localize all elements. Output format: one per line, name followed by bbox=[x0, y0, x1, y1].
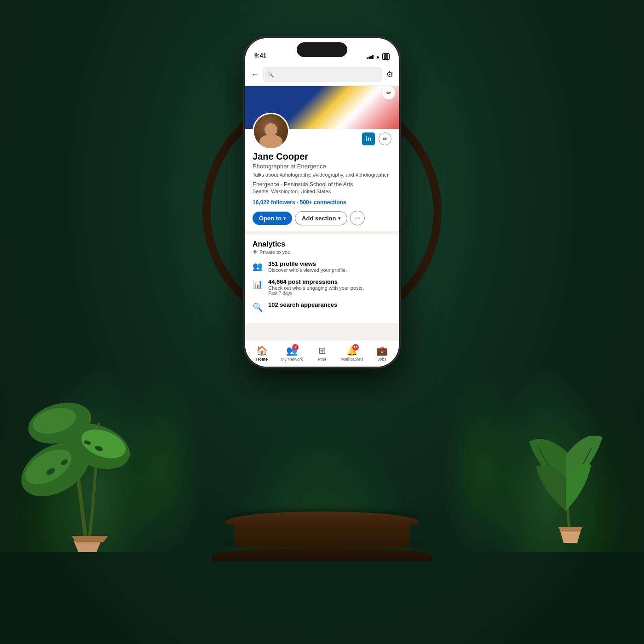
signal-icon bbox=[367, 54, 374, 59]
notifications-label: Notifications bbox=[341, 357, 363, 362]
nav-notifications[interactable]: 🔔 15 Notifications bbox=[337, 345, 367, 362]
phone-content: ✏ in ✏ Jane Cooper Photographer at Energ… bbox=[245, 83, 399, 339]
search-icon: 🔍 bbox=[267, 71, 274, 78]
nav-jobs[interactable]: 💼 Jobs bbox=[367, 345, 397, 362]
status-icons: ▲ ▓ bbox=[367, 53, 390, 60]
avatar bbox=[253, 113, 289, 150]
analytics-item-search-appearances[interactable]: 🔍 102 search appearances bbox=[253, 301, 391, 312]
post-impressions-note: Past 7 days bbox=[268, 291, 364, 296]
plant-left bbox=[14, 377, 161, 552]
analytics-section: Analytics 👁 Private to you 👥 351 profile… bbox=[245, 235, 399, 323]
nav-my-network[interactable]: 👥 2 My Network bbox=[277, 345, 307, 362]
action-buttons: Open to Add section ··· bbox=[253, 211, 391, 225]
profile-views-title: 351 profile views bbox=[268, 260, 347, 267]
plant-right bbox=[511, 396, 630, 543]
cover-edit-button[interactable]: ✏ bbox=[382, 86, 395, 99]
back-button[interactable]: ← bbox=[251, 70, 259, 80]
home-icon: 🏠 bbox=[256, 345, 268, 356]
status-time: 9:41 bbox=[254, 52, 266, 59]
profile-title: Photographer at Energence bbox=[253, 163, 391, 170]
nav-post[interactable]: ⊞ Post bbox=[307, 345, 337, 362]
post-impressions-icon: 📊 bbox=[253, 279, 264, 289]
notifications-badge: 15 bbox=[352, 344, 359, 351]
avatar-image bbox=[254, 114, 288, 148]
search-appearances-icon: 🔍 bbox=[253, 302, 264, 312]
linkedin-badge: in bbox=[362, 132, 375, 145]
avatar-container bbox=[253, 113, 289, 150]
my-network-badge: 2 bbox=[292, 344, 299, 351]
bottom-nav: 🏠 Home 👥 2 My Network ⊞ Post 🔔 15 Notifi… bbox=[245, 339, 399, 367]
analytics-subtitle: 👁 Private to you bbox=[253, 249, 391, 255]
jobs-icon: 💼 bbox=[376, 345, 388, 356]
followers-row: 16,022 followers · 500+ connections bbox=[253, 198, 391, 206]
profile-name: Jane Cooper bbox=[253, 151, 391, 162]
my-network-label: My Network bbox=[281, 357, 303, 362]
profile-location: Seattle, Washington, United States bbox=[253, 189, 391, 194]
pedestal bbox=[212, 512, 432, 561]
profile-views-desc: Discover who's viewed your profile. bbox=[268, 267, 347, 273]
profile-education: Energence · Peninsula School of the Arts bbox=[253, 181, 391, 188]
add-section-button[interactable]: Add section bbox=[295, 211, 347, 225]
open-to-button[interactable]: Open to bbox=[253, 212, 292, 225]
search-appearances-title: 102 search appearances bbox=[268, 301, 337, 308]
jobs-label: Jobs bbox=[378, 357, 386, 362]
home-label: Home bbox=[256, 357, 268, 362]
settings-button[interactable]: ⚙ bbox=[386, 69, 393, 80]
phone-shell: 9:41 ▲ ▓ ← 🔍 ⚙ bbox=[244, 37, 400, 368]
more-options-button[interactable]: ··· bbox=[350, 211, 365, 225]
phone-device: 9:41 ▲ ▓ ← 🔍 ⚙ bbox=[244, 37, 400, 368]
profile-tags: Talks about #photography, #videography, … bbox=[253, 172, 391, 178]
followers-count[interactable]: 16,022 followers · 500+ connections bbox=[253, 199, 346, 206]
search-bar-area: ← 🔍 ⚙ bbox=[245, 63, 399, 86]
wifi-icon: ▲ bbox=[375, 54, 380, 59]
post-impressions-title: 44,664 post impressions bbox=[268, 278, 364, 285]
battery-icon: ▓ bbox=[382, 53, 390, 60]
nav-home[interactable]: 🏠 Home bbox=[247, 345, 277, 362]
analytics-title: Analytics bbox=[253, 240, 391, 248]
analytics-item-post-impressions[interactable]: 📊 44,664 post impressions Check out who'… bbox=[253, 278, 391, 296]
post-label: Post bbox=[318, 357, 326, 362]
post-icon: ⊞ bbox=[318, 345, 326, 356]
pedestal-top bbox=[225, 512, 419, 524]
profile-actions-row: in ✏ bbox=[362, 132, 391, 145]
pedestal-bot bbox=[212, 547, 432, 561]
search-bar[interactable]: 🔍 bbox=[263, 67, 382, 82]
edit-profile-button[interactable]: ✏ bbox=[379, 132, 391, 145]
analytics-item-profile-views[interactable]: 👥 351 profile views Discover who's viewe… bbox=[253, 260, 391, 273]
dynamic-island bbox=[297, 42, 347, 57]
phone-screen: 9:41 ▲ ▓ ← 🔍 ⚙ bbox=[245, 38, 399, 367]
pedestal-mid bbox=[235, 524, 409, 547]
profile-section: in ✏ Jane Cooper Photographer at Energen… bbox=[245, 129, 399, 231]
profile-views-icon: 👥 bbox=[253, 261, 264, 271]
post-impressions-desc: Check out who's engaging with your posts… bbox=[268, 285, 364, 291]
